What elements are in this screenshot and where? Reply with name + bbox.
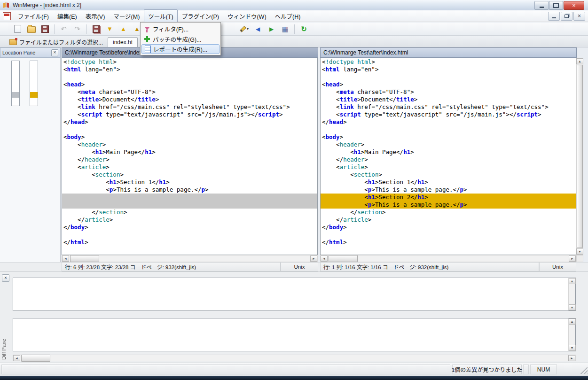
arrow-down-icon: ▼ [107, 26, 113, 32]
code-line [62, 73, 317, 81]
scroll-up-icon[interactable] [576, 58, 583, 64]
menu-file[interactable]: ファイル(F) [14, 9, 53, 23]
scroll-right-icon[interactable] [569, 256, 576, 262]
code-line: </section> [321, 209, 576, 216]
save-all-button[interactable] [90, 23, 102, 35]
vertical-scrollbar[interactable] [576, 58, 583, 255]
diff-vertical-scrollbar[interactable] [568, 318, 575, 351]
open-button[interactable] [25, 23, 38, 35]
scroll-up-icon[interactable] [569, 278, 576, 284]
copy-right-button[interactable]: ▶ [265, 23, 278, 35]
menu-merge[interactable]: マージ(M) [109, 9, 144, 23]
diff-pane-right-text[interactable] [13, 318, 576, 351]
scroll-left-icon[interactable] [13, 355, 20, 361]
statusbar-message: 1個の差異が見つかりました [452, 364, 522, 374]
refresh-icon: ↻ [301, 25, 307, 32]
goto-prev-diff-button[interactable]: ▲ [117, 23, 130, 35]
location-pane-close-icon[interactable] [51, 49, 58, 56]
tabbar: ファイルまたはフォルダの選択...index.ht [0, 36, 588, 47]
scrollbar-thumb[interactable] [21, 355, 50, 362]
code-line: <body> [321, 133, 576, 141]
code-line: <link href="/css/main.css" rel="styleshe… [321, 103, 576, 111]
code-line: <!doctype html> [62, 58, 317, 66]
location-diff-marker[interactable] [30, 92, 38, 98]
scroll-down-icon[interactable] [569, 304, 576, 310]
redo-button[interactable]: ↷ [71, 23, 84, 35]
scrollbar-thumb[interactable] [577, 65, 583, 248]
page-icon [14, 25, 21, 33]
code-line: <p>This is a sample page.</p> [321, 186, 576, 194]
statusbar: 1個の差異が見つかりました NUM [0, 363, 588, 376]
scroll-up-icon[interactable] [569, 318, 576, 325]
menu-item-filter[interactable]: フィルタ(F)... [141, 23, 220, 34]
goto-next-diff-button[interactable]: ▼ [103, 23, 116, 35]
right-pane-eol: Unix [539, 262, 576, 271]
close-button[interactable] [564, 1, 584, 10]
diff-vertical-scrollbar[interactable] [568, 278, 575, 310]
scrollbar-thumb[interactable] [70, 255, 99, 262]
diff-pane-close-icon[interactable] [2, 274, 9, 282]
grid-icon: ▦ [282, 25, 288, 32]
code-line: </body> [321, 224, 576, 231]
menu-plugins[interactable]: プラグイン(P) [178, 9, 223, 23]
document-icon[interactable] [3, 12, 11, 20]
diff-horizontal-scrollbar[interactable] [13, 355, 576, 361]
resize-grip[interactable] [580, 366, 588, 374]
location-diff-marker[interactable] [12, 92, 19, 98]
tab-select-files[interactable]: ファイルまたはフォルダの選択... [5, 37, 108, 47]
menu-window[interactable]: ウィンドウ(W) [223, 9, 271, 23]
code-line: <title>Document</title> [62, 96, 317, 103]
menu-tools[interactable]: ツール(T) [144, 9, 177, 23]
mdi-minimize-button[interactable] [548, 12, 560, 21]
right-file-header[interactable]: C:\Winmarge Test\after\index.html [320, 47, 577, 58]
tab-index-html[interactable]: index.ht [108, 37, 138, 47]
menu-item-generate-report[interactable]: レポートの生成(R)... [141, 44, 220, 54]
code-line: <p>This is a sample page.</p> [321, 201, 576, 209]
scroll-left-icon[interactable] [321, 256, 328, 262]
view-layout-button[interactable]: ▦ [279, 23, 291, 35]
undo-button[interactable]: ↶ [57, 23, 70, 35]
scroll-right-icon[interactable] [310, 256, 317, 262]
location-bar-right[interactable] [30, 61, 38, 106]
menubar: ファイル(F)編集(E)表示(V)マージ(M)ツール(T)プラグイン(P)ウィン… [0, 10, 588, 22]
scroll-down-icon[interactable] [576, 248, 583, 255]
menu-view[interactable]: 表示(V) [81, 9, 110, 23]
code-line: <head> [62, 81, 317, 88]
left-horizontal-scrollbar[interactable] [62, 255, 318, 262]
refresh-button[interactable]: ↻ [298, 23, 310, 35]
copy-left-button[interactable]: ◀ [251, 23, 264, 35]
maximize-button[interactable] [549, 1, 563, 10]
scrollbar-thumb[interactable] [329, 255, 358, 262]
scroll-down-icon[interactable] [569, 345, 576, 351]
new-button[interactable] [11, 23, 24, 35]
menu-item-generate-patch[interactable]: パッチの生成(G)... [141, 34, 220, 44]
menu-item-label: フィルタ(F)... [153, 24, 188, 33]
code-line: </section> [62, 209, 317, 216]
save-button[interactable] [39, 23, 51, 35]
floppy-all-icon [93, 25, 100, 33]
code-line: <section> [62, 171, 317, 178]
code-line [321, 231, 576, 239]
code-line: <title>Document</title> [321, 96, 576, 103]
code-line: <html lang="en"> [321, 66, 576, 73]
code-line: </article> [62, 216, 317, 224]
code-line: </header> [62, 156, 317, 163]
code-line: </head> [62, 118, 317, 126]
diff-pane-left-text[interactable] [13, 278, 576, 311]
code-line: <h1>Section 1</h1> [62, 178, 317, 186]
location-pane-title: Location Pane [2, 50, 35, 55]
scroll-left-icon[interactable] [62, 256, 69, 262]
right-code-pane[interactable]: <!doctype html><html lang="en"><head> <m… [320, 58, 576, 255]
right-horizontal-scrollbar[interactable] [320, 255, 576, 262]
menu-edit[interactable]: 編集(E) [53, 9, 81, 23]
left-code-pane[interactable]: <!doctype html><html lang="en"><head> <m… [62, 58, 318, 255]
scroll-right-icon[interactable] [568, 355, 575, 361]
code-line: <html lang="en"> [62, 66, 317, 73]
minimize-button[interactable] [534, 1, 549, 10]
highlight-button[interactable]: ▾ [238, 23, 251, 35]
mdi-close-button[interactable] [573, 12, 585, 21]
dropdown-caret-icon: ▾ [247, 27, 249, 31]
location-bar-left[interactable] [11, 61, 20, 106]
menu-help[interactable]: ヘルプ(H) [271, 9, 305, 23]
mdi-restore-button[interactable] [561, 12, 572, 21]
